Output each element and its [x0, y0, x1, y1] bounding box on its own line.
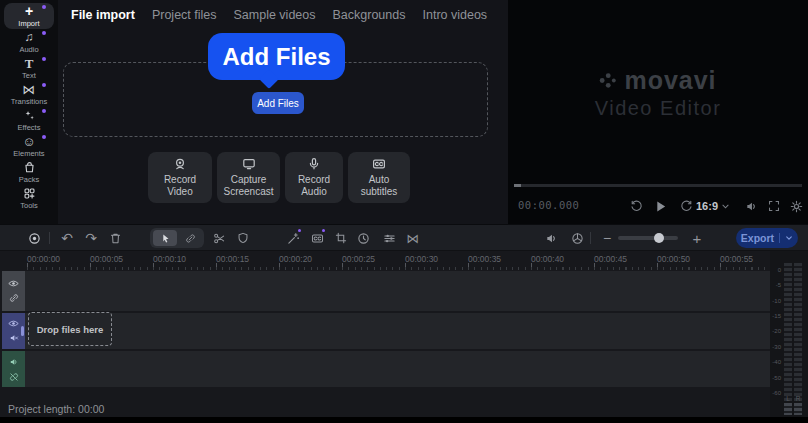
- scissors-icon[interactable]: [210, 225, 228, 251]
- meter-label: -15: [770, 313, 781, 319]
- video-track-header[interactable]: [2, 271, 25, 311]
- bowtie-icon: ⋈: [23, 83, 36, 96]
- shield-icon[interactable]: [234, 225, 252, 251]
- subtitles-icon[interactable]: [308, 225, 326, 251]
- zoom-in-icon[interactable]: +: [688, 225, 706, 251]
- capture-screencast-button[interactable]: CaptureScreencast: [217, 152, 280, 203]
- import-panel: File import Project files Sample videos …: [58, 0, 508, 224]
- notification-dot: [322, 229, 325, 232]
- bag-icon: [23, 161, 36, 174]
- sidebar-item-packs[interactable]: Packs: [4, 159, 54, 185]
- sidebar-item-label: Import: [18, 19, 39, 28]
- meter-label: -40: [770, 359, 781, 365]
- gear-icon[interactable]: [787, 196, 805, 216]
- meter-label: 0: [770, 267, 781, 273]
- timeline-drop-zone[interactable]: Drop files here: [28, 312, 112, 346]
- product-name: Video Editor: [508, 97, 808, 120]
- color-wheel-icon[interactable]: [568, 225, 586, 251]
- add-files-callout: Add Files: [208, 33, 345, 80]
- add-files-button[interactable]: Add Files: [252, 92, 304, 114]
- action-label: Autosubtitles: [361, 174, 398, 198]
- plus-icon: +: [25, 5, 33, 18]
- text-icon: T: [25, 57, 34, 70]
- zoom-out-icon[interactable]: −: [598, 225, 616, 251]
- record-icon[interactable]: [25, 225, 43, 251]
- meter-label: -10: [770, 298, 781, 304]
- mute-icon[interactable]: [9, 333, 19, 343]
- clip-volume-icon[interactable]: [542, 225, 560, 251]
- sidebar-item-text[interactable]: T Text: [4, 55, 54, 81]
- movavi-video-editor-window: + Import ♫ Audio T Text ⋈ Transitions Ef…: [0, 0, 808, 423]
- meter-channel-label: R: [794, 395, 802, 402]
- microphone-icon: [307, 157, 321, 171]
- meter-bar-right: [794, 263, 802, 401]
- sliders-icon[interactable]: [380, 225, 398, 251]
- capture-actions: RecordVideo CaptureScreencast RecordAudi…: [148, 152, 410, 203]
- tool-mode-group: [150, 228, 204, 248]
- sidebar-item-label: Audio: [19, 45, 38, 54]
- select-tool-icon[interactable]: [153, 230, 177, 246]
- fullscreen-icon[interactable]: [765, 196, 783, 216]
- record-video-button[interactable]: RecordVideo: [148, 152, 212, 203]
- action-label: CaptureScreencast: [223, 174, 273, 198]
- redo-icon[interactable]: ↷: [82, 225, 100, 251]
- export-button[interactable]: Export: [736, 228, 798, 248]
- record-audio-button[interactable]: RecordAudio: [285, 152, 343, 203]
- tab-file-import[interactable]: File import: [71, 8, 135, 22]
- sidebar-item-elements[interactable]: ☺ Elements: [4, 133, 54, 159]
- meter-label: -5: [770, 282, 781, 288]
- window-bottom-edge: [0, 417, 808, 423]
- next-frame-button[interactable]: [676, 196, 696, 216]
- trash-icon[interactable]: [106, 225, 124, 251]
- import-tabs: File import Project files Sample videos …: [71, 0, 487, 29]
- notification-dot: [42, 57, 46, 61]
- video-track-lane[interactable]: [25, 271, 770, 311]
- ruler-ticks: [27, 267, 767, 270]
- sidebar-item-tools[interactable]: Tools: [4, 185, 54, 211]
- sidebar-item-transitions[interactable]: ⋈ Transitions: [4, 81, 54, 107]
- audio-track-lane[interactable]: [25, 351, 770, 387]
- meter-channel-label: L: [784, 395, 792, 402]
- speaker-icon[interactable]: [9, 357, 19, 367]
- preview-seekbar[interactable]: [514, 184, 802, 187]
- link-tool-icon[interactable]: [180, 230, 200, 246]
- tab-intro-videos[interactable]: Intro videos: [422, 8, 487, 22]
- project-length-status: Project length: 00:00: [8, 403, 104, 415]
- meter-label: -60: [770, 390, 781, 396]
- eye-icon[interactable]: [8, 319, 19, 328]
- play-button[interactable]: [650, 196, 672, 216]
- tab-backgrounds[interactable]: Backgrounds: [333, 8, 406, 22]
- transition-icon[interactable]: ⋈: [404, 225, 422, 251]
- speed-icon[interactable]: [354, 225, 372, 251]
- unlink-icon[interactable]: [9, 372, 19, 382]
- eye-icon[interactable]: [8, 279, 19, 288]
- auto-subtitles-button[interactable]: Autosubtitles: [348, 152, 410, 203]
- volume-icon[interactable]: [742, 196, 760, 216]
- notification-dot: [298, 229, 301, 232]
- sidebar-item-label: Tools: [20, 201, 38, 210]
- timeline: 00:00:00 00:00:05 00:00:10 00:00:15 00:0…: [0, 250, 808, 417]
- meter-label: -50: [770, 375, 781, 381]
- sidebar-item-audio[interactable]: ♫ Audio: [4, 29, 54, 55]
- link-icon[interactable]: [9, 293, 19, 303]
- undo-icon[interactable]: ↶: [58, 225, 76, 251]
- crop-icon[interactable]: [332, 225, 350, 251]
- divider: [779, 233, 780, 243]
- chevron-down-icon[interactable]: [719, 196, 731, 216]
- main-track-header[interactable]: [2, 313, 25, 349]
- sidebar-item-label: Transitions: [11, 97, 47, 106]
- aspect-ratio-selector[interactable]: 16:9: [696, 196, 718, 216]
- track-drag-handle[interactable]: [21, 326, 24, 336]
- sidebar-item-import[interactable]: + Import: [4, 3, 54, 29]
- audio-track-header[interactable]: [2, 351, 25, 387]
- timeline-zoom-slider[interactable]: [618, 236, 678, 240]
- zoom-slider-knob[interactable]: [654, 233, 664, 243]
- sidebar-item-effects[interactable]: Effects: [4, 107, 54, 133]
- tab-project-files[interactable]: Project files: [152, 8, 217, 22]
- previous-frame-button[interactable]: [626, 196, 646, 216]
- movavi-logo: movavi Video Editor: [508, 66, 808, 120]
- tab-sample-videos[interactable]: Sample videos: [234, 8, 316, 22]
- movavi-dots-icon: [599, 72, 616, 89]
- main-track-lane[interactable]: [25, 313, 770, 349]
- magic-wand-icon[interactable]: [284, 225, 302, 251]
